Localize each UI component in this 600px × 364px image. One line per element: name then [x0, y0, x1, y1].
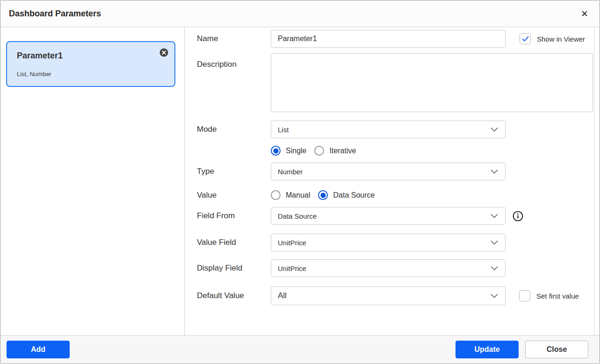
field-from-dropdown-value: Data Source	[278, 212, 317, 220]
update-button[interactable]: Update	[455, 341, 519, 358]
radio-single[interactable]: Single	[271, 146, 306, 156]
value-row: Value Manual Data Source	[197, 190, 594, 200]
radio-data-source-label: Data Source	[333, 191, 375, 200]
add-parameter-button[interactable]: Add	[7, 341, 70, 358]
default-value-row: Default Value All Set first value	[197, 286, 594, 305]
mode-row: Mode List	[197, 121, 594, 138]
radio-manual-label: Manual	[286, 191, 310, 200]
dialog-body: Parameter1 List, Number Name Show in Vie…	[0, 27, 600, 335]
name-input[interactable]	[271, 30, 506, 48]
field-from-row: Field From Data Source	[197, 207, 594, 225]
radio-icon	[314, 146, 324, 156]
value-field-dropdown[interactable]: UnitPrice	[271, 234, 506, 251]
mode-dropdown-value: List	[278, 126, 289, 134]
field-from-label: Field From	[197, 211, 271, 221]
parameter-card-title: Parameter1	[17, 51, 166, 61]
footer-action-group: Update Close	[455, 341, 588, 358]
type-label: Type	[197, 167, 271, 176]
display-field-label: Display Field	[197, 264, 271, 273]
radio-icon	[271, 190, 281, 200]
checkbox-box	[520, 33, 531, 44]
chevron-down-icon	[490, 239, 499, 246]
radio-iterative[interactable]: Iterative	[314, 146, 356, 156]
display-field-dropdown-value: UnitPrice	[278, 264, 306, 272]
radio-data-source[interactable]: Data Source	[318, 190, 375, 200]
value-field-dropdown-value: UnitPrice	[278, 239, 306, 247]
description-label: Description	[197, 53, 271, 69]
dialog-title: Dashboard Parameters	[9, 9, 578, 19]
radio-iterative-label: Iterative	[329, 147, 356, 155]
type-dropdown[interactable]: Number	[271, 163, 506, 180]
value-label: Value	[197, 191, 271, 200]
show-in-viewer-label: Show in Viewer	[537, 35, 585, 43]
checkbox-box	[519, 290, 530, 301]
close-icon[interactable]: ✕	[578, 8, 591, 19]
mode-label: Mode	[197, 125, 271, 134]
chevron-down-icon	[490, 213, 499, 219]
remove-parameter-icon[interactable]	[159, 48, 168, 57]
radio-icon	[271, 146, 281, 156]
default-value-dropdown-value: All	[278, 291, 287, 300]
chevron-down-icon	[490, 126, 499, 133]
dialog-footer: Add Update Close	[0, 335, 600, 364]
default-value-label: Default Value	[197, 291, 271, 300]
chevron-down-icon	[490, 168, 499, 175]
radio-single-label: Single	[286, 147, 306, 155]
dialog-header: Dashboard Parameters ✕	[0, 0, 600, 27]
display-field-row: Display Field UnitPrice	[197, 259, 594, 277]
parameter-form: Name Show in Viewer Description	[185, 27, 594, 335]
close-button[interactable]: Close	[525, 341, 588, 358]
default-value-dropdown[interactable]: All	[271, 286, 506, 305]
mode-radio-row: Single Iterative	[197, 146, 594, 156]
set-first-value-label: Set first value	[536, 292, 579, 300]
description-textarea[interactable]	[271, 53, 593, 112]
info-icon[interactable]	[513, 211, 523, 221]
name-row: Name Show in Viewer	[197, 30, 594, 48]
show-in-viewer-checkbox[interactable]: Show in Viewer	[520, 33, 594, 44]
value-radio-group: Manual Data Source	[271, 190, 506, 200]
radio-manual[interactable]: Manual	[271, 190, 310, 200]
mode-radio-group: Single Iterative	[271, 146, 506, 156]
type-row: Type Number	[197, 163, 594, 180]
display-field-dropdown[interactable]: UnitPrice	[271, 259, 506, 277]
value-field-label: Value Field	[197, 238, 271, 247]
check-icon	[522, 36, 529, 42]
mode-dropdown[interactable]: List	[271, 121, 506, 138]
value-field-row: Value Field UnitPrice	[197, 234, 594, 251]
radio-icon	[318, 190, 328, 200]
set-first-value-checkbox[interactable]: Set first value	[519, 290, 594, 301]
parameter-card-subtitle: List, Number	[17, 71, 166, 78]
field-from-dropdown[interactable]: Data Source	[271, 207, 506, 225]
chevron-down-icon	[490, 293, 499, 299]
name-label: Name	[197, 34, 271, 43]
chevron-down-icon	[490, 265, 499, 271]
dashboard-parameters-dialog: Dashboard Parameters ✕ Parameter1 List, …	[0, 0, 600, 364]
parameter-card[interactable]: Parameter1 List, Number	[6, 41, 175, 87]
parameter-list-panel: Parameter1 List, Number	[0, 27, 185, 335]
description-row: Description	[197, 53, 594, 112]
type-dropdown-value: Number	[278, 168, 303, 176]
